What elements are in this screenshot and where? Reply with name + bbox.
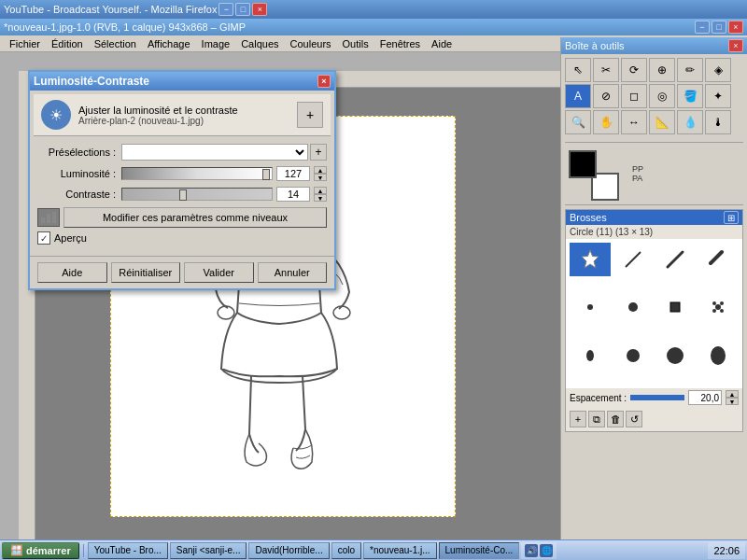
browser-title: YouTube - Broadcast Yourself. - Mozilla … [4, 4, 217, 15]
tool-text[interactable]: A [565, 84, 591, 108]
refresh-brush-button[interactable]: ↺ [626, 411, 642, 427]
taskbar-colo[interactable]: colo [331, 542, 361, 559]
brush-star[interactable] [570, 243, 611, 276]
dialog-close-button[interactable]: × [317, 75, 331, 88]
brightness-down[interactable]: ▼ [314, 174, 327, 181]
apercu-checkbox[interactable]: ✓ [37, 231, 50, 245]
tool-crop[interactable]: ⊕ [649, 58, 675, 82]
contrast-slider-container: 14 ▲ ▼ [121, 187, 327, 202]
toolbox-close-button[interactable]: × [728, 39, 743, 52]
gimp-minimize-button[interactable]: − [695, 21, 710, 34]
gimp-close-button[interactable]: × [728, 21, 743, 34]
brushes-expand-button[interactable]: ⊞ [724, 211, 739, 224]
tool-bucket[interactable]: 🪣 [677, 84, 703, 108]
spacing-up[interactable]: ▲ [726, 390, 739, 398]
contrast-up[interactable]: ▲ [314, 187, 327, 194]
brush-dot-cluster[interactable] [698, 290, 739, 324]
duplicate-brush-button[interactable]: ⧉ [588, 411, 605, 427]
taskbar-separator [83, 544, 84, 557]
foreground-color-swatch[interactable] [569, 150, 597, 178]
menu-outils[interactable]: Outils [337, 37, 374, 50]
tool-path[interactable]: 📐 [649, 110, 675, 134]
tool-clone[interactable]: 🌡 [705, 110, 731, 134]
contrast-thumb[interactable] [179, 189, 187, 201]
contrast-down[interactable]: ▼ [314, 194, 327, 202]
help-button[interactable]: Aide [37, 262, 107, 283]
new-brush-button[interactable]: + [570, 411, 586, 427]
spacing-down[interactable]: ▼ [726, 398, 739, 405]
spacing-bar[interactable] [630, 395, 684, 400]
brightness-thumb[interactable] [262, 169, 270, 180]
toolbox-panel: Boîte à outils × ⇖ ✂ ⟳ ⊕ ✏ ◈ A ⊘ ◻ ◎ 🪣 ✦… [560, 37, 747, 539]
taskbar-sanji[interactable]: Sanji <sanji-e... [170, 542, 247, 559]
presets-select[interactable] [121, 144, 308, 161]
brightness-slider[interactable] [121, 167, 273, 180]
color-swatches: PP PA [561, 147, 747, 201]
svg-rect-26 [52, 212, 56, 223]
levels-button[interactable]: Modifier ces paramètres comme niveaux [63, 207, 327, 228]
svg-point-6 [218, 306, 234, 319]
contrast-slider[interactable] [121, 188, 273, 201]
brushes-panel: Brosses ⊞ Circle (11) (13 × 13) [565, 209, 743, 432]
tool-dropper[interactable]: 💧 [677, 110, 703, 134]
brush-medium-dot[interactable] [613, 339, 654, 372]
menu-fichier[interactable]: Fichier [4, 37, 46, 50]
levels-row: Modifier ces paramètres comme niveaux [37, 207, 327, 228]
tool-measure[interactable]: ↔ [621, 110, 647, 134]
brush-large-dot[interactable] [655, 339, 697, 372]
menu-aide[interactable]: Aide [426, 37, 458, 50]
reset-button[interactable]: Réinitialiser [111, 262, 181, 283]
gimp-title: *nouveau-1.jpg-1.0 (RVB, 1 calque) 943x8… [4, 21, 693, 33]
svg-point-18 [720, 309, 724, 313]
ok-button[interactable]: Valider [184, 262, 254, 283]
brush-diagonal-2[interactable] [655, 243, 697, 276]
menu-image[interactable]: Image [196, 37, 236, 50]
brush-large-outline[interactable] [655, 290, 697, 324]
taskbar-david[interactable]: David(Horrible... [248, 542, 329, 559]
menu-affichage[interactable]: Affichage [142, 37, 196, 50]
dialog-header-sub: Arrière-plan-2 (nouveau-1.jpg) [78, 116, 238, 126]
brightness-spinner: ▲ ▼ [314, 166, 327, 181]
presets-add-button[interactable]: + [310, 144, 327, 161]
start-button[interactable]: 🪟 démarrer [2, 542, 79, 559]
brush-diagonal-1[interactable] [613, 243, 654, 276]
menu-fenetres[interactable]: Fenêtres [374, 37, 426, 50]
browser-close-button[interactable]: × [252, 3, 267, 16]
tool-pencil[interactable]: ✏ [677, 58, 703, 82]
taskbar-luminosite[interactable]: Luminosité-Co... [439, 542, 520, 559]
tool-rect[interactable]: ◻ [621, 84, 647, 108]
tool-zoom[interactable]: 🔍 [565, 110, 591, 134]
tool-scissors[interactable]: ✂ [593, 58, 619, 82]
delete-brush-button[interactable]: 🗑 [607, 411, 624, 427]
tool-rotate[interactable]: ⟳ [621, 58, 647, 82]
spacing-input[interactable] [688, 390, 722, 405]
dialog-add-button[interactable]: + [297, 102, 323, 128]
menu-couleurs[interactable]: Couleurs [285, 37, 337, 50]
svg-line-10 [668, 252, 683, 267]
browser-maximize-button[interactable]: □ [235, 3, 250, 16]
spacing-spinner: ▲ ▼ [726, 390, 739, 405]
brush-small-oval[interactable] [570, 339, 611, 372]
brush-large-oval[interactable] [698, 339, 739, 372]
taskbar-youtube[interactable]: YouTube - Bro... [88, 542, 168, 559]
menu-selection[interactable]: Sélection [89, 37, 142, 50]
tool-fill[interactable]: ◈ [705, 58, 731, 82]
menu-calques[interactable]: Calques [235, 37, 284, 50]
cancel-button[interactable]: Annuler [258, 262, 328, 283]
taskbar-tray: 🔊 🌐 [521, 542, 557, 559]
contrast-spinner: ▲ ▼ [314, 187, 327, 202]
brush-medium-circle[interactable] [613, 290, 654, 324]
brightness-slider-container: 127 ▲ ▼ [121, 166, 327, 181]
brush-small-circle[interactable] [570, 290, 611, 324]
menu-edition[interactable]: Édition [46, 37, 89, 50]
tool-select[interactable]: ⇖ [565, 58, 591, 82]
brush-diagonal-3[interactable] [698, 243, 739, 276]
browser-minimize-button[interactable]: − [218, 3, 233, 16]
tool-ellipse[interactable]: ◎ [649, 84, 675, 108]
gimp-maximize-button[interactable]: □ [712, 21, 726, 34]
tool-smudge[interactable]: ✦ [705, 84, 731, 108]
tool-hand[interactable]: ✋ [593, 110, 619, 134]
brightness-up[interactable]: ▲ [314, 166, 327, 174]
tool-erase[interactable]: ⊘ [593, 84, 619, 108]
taskbar-nouveau[interactable]: *nouveau-1.j... [363, 542, 437, 559]
